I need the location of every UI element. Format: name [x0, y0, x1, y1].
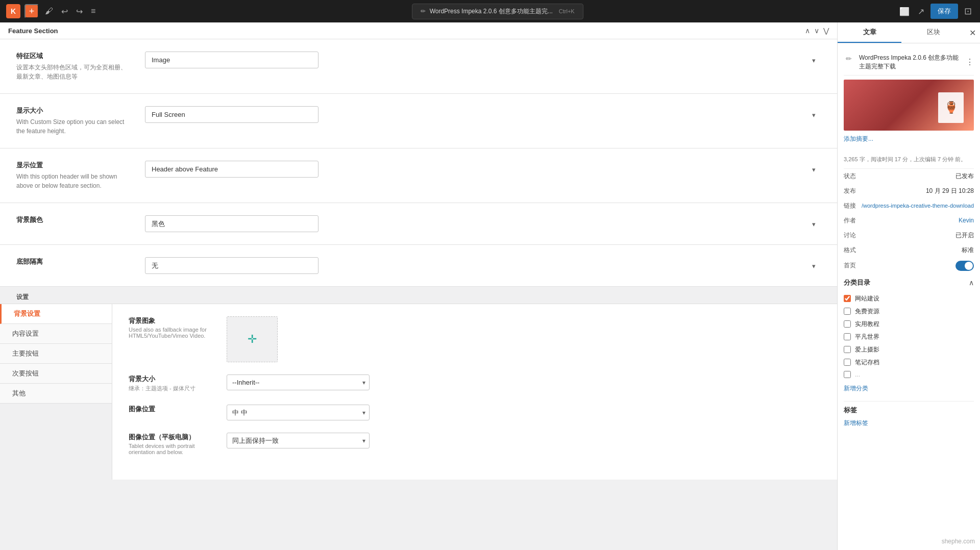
category-checkbox-1[interactable] — [844, 295, 851, 302]
meta-publish-value[interactable]: 10 月 29 日 10:28 — [926, 187, 974, 195]
category-label-1: 网站建设 — [855, 294, 879, 303]
display-size-label: 显示大小 — [16, 106, 129, 115]
list-item: 网站建设 — [844, 292, 974, 305]
external-link-button[interactable]: ↗ — [916, 5, 926, 18]
list-item: ... — [844, 369, 974, 380]
new-tag-link[interactable]: 新增标签 — [844, 419, 974, 428]
category-label-7: ... — [855, 371, 860, 378]
meta-publish: 发布 10 月 29 日 10:28 — [844, 184, 974, 198]
meta-format-label: 格式 — [844, 246, 856, 255]
list-view-button[interactable]: ≡ — [89, 5, 97, 18]
tab-block[interactable]: 区块 — [901, 22, 965, 43]
category-checkbox-4[interactable] — [844, 333, 851, 340]
feature-section-header: Feature Section ∧ ∨ ⋁ — [0, 22, 837, 39]
feature-header-actions: ∧ ∨ ⋁ — [805, 27, 829, 35]
category-label-6: 笔记存档 — [855, 358, 879, 367]
right-panel-close-button[interactable]: ✕ — [965, 24, 980, 42]
bg-color-label: 背景颜色 — [16, 215, 129, 224]
collapse-up-button[interactable]: ∧ — [805, 27, 810, 35]
category-checkbox-5[interactable] — [844, 346, 851, 353]
meta-author-value[interactable]: Kevin — [959, 217, 974, 224]
image-position-select[interactable]: 中 中 左上 — [227, 405, 370, 420]
bg-size-select[interactable]: --Inherit-- Cover Contain — [227, 374, 370, 390]
tags-title: 标签 — [844, 406, 857, 415]
collapse-down-button[interactable]: ∨ — [814, 27, 819, 35]
add-summary-link[interactable]: 添加摘要... — [844, 135, 974, 143]
tab-other[interactable]: 其他 — [0, 384, 112, 404]
list-item: 实用教程 — [844, 318, 974, 331]
settings-tabs-container: 背景设置 内容设置 主要按钮 次要按钮 其他 背景图象 Used also as… — [0, 304, 837, 480]
categories-section: 分类目录 ∧ 网站建设 免费资源 实用教程 — [844, 274, 974, 397]
meta-link-value[interactable]: /wordpress-impeka-creative-theme-downloa… — [862, 203, 974, 209]
image-position-row: 图像位置 中 中 左上 — [129, 405, 821, 420]
meta-link-label: 链接 — [844, 202, 856, 210]
settings-divider: 设置 — [0, 287, 837, 304]
image-position-tablet-row: 图像位置（平板电脑） Tablet devices with portrait … — [129, 433, 821, 455]
pencil-icon: ✏ — [421, 8, 426, 15]
more-options-button[interactable]: ⋁ — [823, 27, 829, 35]
bottom-spacing-select[interactable]: 无 小 中 大 — [145, 257, 318, 274]
category-checkbox-6[interactable] — [844, 359, 851, 366]
feature-area-select[interactable]: Image Video Slider — [145, 52, 318, 68]
post-stats: 3,265 字，阅读时间 17 分，上次编辑 7 分钟 前。 — [844, 154, 974, 169]
meta-author-label: 作者 — [844, 216, 856, 225]
sidebar-toggle-button[interactable]: ⊡ — [962, 4, 974, 19]
bg-image-upload[interactable]: ✛ — [227, 316, 278, 362]
display-position-select[interactable]: Header above Feature Header below Featur… — [145, 161, 318, 178]
display-size-select[interactable]: Full Screen Half Screen — [145, 106, 318, 123]
new-category-link[interactable]: 新增分类 — [844, 384, 974, 393]
bg-image-row: 背景图象 Used also as fallback image for HTM… — [129, 316, 821, 362]
categories-list: 网站建设 免费资源 实用教程 平凡世界 — [844, 292, 974, 380]
category-checkbox-7[interactable] — [844, 371, 851, 378]
bg-size-select-wrapper: --Inherit-- Cover Contain — [227, 374, 370, 390]
post-title-button[interactable]: ✏ WordPress Impeka 2.0.6 创意多功能主题完... Ctr… — [412, 4, 583, 19]
list-item: 笔记存档 — [844, 356, 974, 369]
display-position-block: 显示位置 With this option header will be sho… — [0, 148, 837, 203]
post-entry-content: WordPress Impeka 2.0.6 创意多功能主题完整下载 — [859, 54, 961, 71]
undo-button[interactable]: ↩ — [59, 5, 70, 18]
category-checkbox-2[interactable] — [844, 308, 851, 315]
tab-bg-settings[interactable]: 背景设置 — [0, 304, 112, 324]
tab-primary-btn[interactable]: 主要按钮 — [0, 344, 112, 364]
meta-homepage-label: 首页 — [844, 261, 856, 270]
meta-publish-label: 发布 — [844, 187, 856, 195]
tab-secondary-btn[interactable]: 次要按钮 — [0, 364, 112, 384]
tab-content-settings[interactable]: 内容设置 — [0, 324, 112, 344]
image-position-tablet-select[interactable]: 同上面保持一致 中 中 — [227, 433, 370, 448]
image-position-tablet-select-wrapper: 同上面保持一致 中 中 — [227, 433, 370, 448]
logo: K — [6, 4, 20, 18]
brush-tool-button[interactable]: 🖌 — [43, 5, 55, 18]
bg-color-select[interactable]: 黑色 白色 — [145, 215, 318, 232]
tab-article[interactable]: 文章 — [838, 22, 901, 43]
tags-section: 标签 新增标签 — [844, 401, 974, 432]
meta-format-value: 标准 — [962, 246, 974, 255]
bottom-spacing-select-wrapper: 无 小 中 大 — [145, 257, 821, 274]
bg-size-desc: 继承：主题选项 - 媒体尺寸 — [129, 385, 210, 392]
list-item: 免费资源 — [844, 305, 974, 318]
bg-color-select-wrapper: 黑色 白色 — [145, 215, 821, 232]
list-item: 平凡世界 — [844, 331, 974, 343]
post-options-button[interactable]: ⋮ — [966, 54, 974, 71]
add-block-button[interactable]: + — [24, 4, 39, 18]
bottom-spacing-block: 底部隔离 无 小 中 大 — [0, 245, 837, 287]
category-checkbox-3[interactable] — [844, 320, 851, 328]
thumbnail-section: 🏺 添加摘要... — [844, 76, 974, 154]
post-entry-title: WordPress Impeka 2.0.6 创意多功能主题完整下载 — [859, 54, 961, 71]
save-button[interactable]: 保存 — [930, 4, 958, 19]
bottom-spacing-label: 底部隔离 — [16, 257, 129, 266]
right-panel-tabs: 文章 区块 — [838, 22, 965, 43]
bg-size-row: 背景大小 继承：主题选项 - 媒体尺寸 --Inherit-- Cover Co… — [129, 374, 821, 392]
display-position-select-wrapper: Header above Feature Header below Featur… — [145, 161, 821, 178]
feature-area-block: 特征区域 设置本文头部特色区域，可为全页相册、最新文章、地图信息等 Image … — [0, 39, 837, 94]
feature-area-desc: 设置本文头部特色区域，可为全页相册、最新文章、地图信息等 — [16, 63, 129, 81]
categories-collapse-button[interactable]: ∧ — [969, 279, 974, 287]
toolbar: K + 🖌 ↩ ↪ ≡ ✏ WordPress Impeka 2.0.6 创意多… — [0, 0, 980, 22]
settings-label: 设置 — [16, 293, 29, 301]
image-position-label: 图像位置 — [129, 405, 210, 414]
redo-button[interactable]: ↪ — [74, 5, 85, 18]
categories-header: 分类目录 ∧ — [844, 278, 974, 287]
post-title-text: WordPress Impeka 2.0.6 创意多功能主题完... — [430, 7, 553, 16]
desktop-view-button[interactable]: ⬜ — [897, 5, 912, 18]
display-size-select-wrapper: Full Screen Half Screen — [145, 106, 821, 123]
homepage-toggle[interactable] — [955, 261, 974, 271]
